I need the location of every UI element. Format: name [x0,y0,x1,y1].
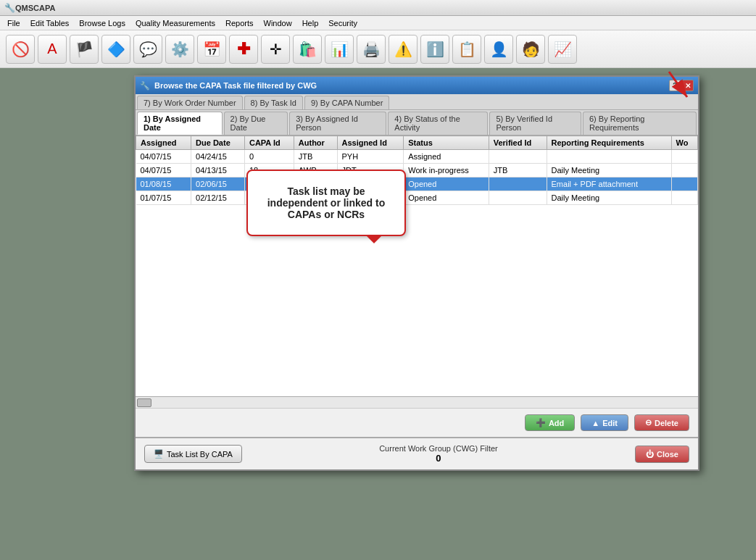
col-reporting: Reporting Requirements [547,136,671,150]
task-table: Assigned Due Date CAPA Id Author Assigne… [136,135,698,205]
menu-browse-logs[interactable]: Browse Logs [75,17,130,29]
delete-button[interactable]: ⊖ Delete [634,414,689,431]
table-cell: 01/07/15 [136,191,191,205]
tab-by-assigned-person[interactable]: 3) By Assigned Id Person [289,112,386,135]
adobe-icon: A [47,41,57,57]
graph-red-icon: 📈 [554,41,572,58]
table-cell [671,177,697,191]
table-row[interactable]: 01/08/1502/06/151CSHAWPOpenedEmail + PDF… [136,177,698,191]
gear-button[interactable]: ⚙️ [165,35,194,64]
tab-by-verified-person[interactable]: 5) By Verified Id Person [489,112,581,135]
tab-by-capa-number[interactable]: 9) By CAPA Number [304,96,389,109]
menu-reports[interactable]: Reports [221,17,258,29]
add-button[interactable]: ➕ Add [525,414,575,431]
tab-by-reporting[interactable]: 6) By Reporting Requirements [583,112,697,135]
table-cell: 02/12/15 [191,191,245,205]
dialog-title-left: 🔧 Browse the CAPA Task file filtered by … [140,81,317,91]
action-buttons: ➕ Add ▲ Edit ⊖ Delete [136,408,698,437]
warning-button[interactable]: ⚠️ [389,35,418,64]
no-sign-button[interactable]: 🚫 [6,35,35,64]
bar-chart-button[interactable]: 📊 [325,35,354,64]
list-green-button[interactable]: 📋 [452,35,481,64]
table-cell: 04/07/15 [136,150,191,164]
col-assigned-id: Assigned Id [337,136,404,150]
printer-icon: 🖨️ [362,41,381,58]
tab-by-assigned-date[interactable]: 1) By Assigned Date [137,112,223,135]
table-cell: 04/07/15 [136,164,191,177]
table-cell: 01/08/15 [136,177,191,191]
task-table-container[interactable]: Assigned Due Date CAPA Id Author Assigne… [136,135,698,396]
menu-window[interactable]: Window [259,17,296,29]
toolbar: 🚫 A 🏴 🔷 💬 ⚙️ 📅 ✚ ✛ 🛍️ 📊 🖨️ ⚠️ ℹ️ 📋 👤 🧑 📈 [0,30,756,68]
table-cell: Daily Meeting [547,191,671,205]
callout-box: Task list may be independent or linked t… [246,170,406,236]
close-button[interactable]: ⏻ Close [635,446,689,463]
delete-icon: ⊖ [645,418,652,427]
edit-button[interactable]: ▲ Edit [581,414,628,431]
table-row[interactable]: 04/07/1504/13/1518AWPJDTWork in-progress… [136,164,698,177]
list-green-icon: 📋 [458,41,476,58]
menu-bar: File Edit Tables Browse Logs Quality Mea… [0,16,756,30]
flag-icon: 🏴 [75,41,94,58]
warning-icon: ⚠️ [394,41,412,58]
table-cell: Opened [404,177,489,191]
col-assigned: Assigned [136,136,191,150]
col-wo: Wo [671,136,697,150]
table-cell [671,191,697,205]
add-plus-button[interactable]: ✚ [229,35,258,64]
app-title: QMSCAPA [15,4,55,12]
menu-quality[interactable]: Quality Measurements [131,17,220,29]
col-author: Author [294,136,337,150]
table-cell [489,191,547,205]
task-list-icon: 🖥️ [154,449,164,459]
person-add-button[interactable]: 👤 [484,35,513,64]
table-cell: PYH [337,150,404,164]
no-sign-icon: 🚫 [12,41,30,58]
table-cell: Assigned [404,150,489,164]
flag-button[interactable]: 🏴 [70,35,99,64]
graph-red-button[interactable]: 📈 [548,35,577,64]
move-icon: ✛ [270,41,282,58]
dialog-title-text: Browse the CAPA Task file filtered by CW… [154,81,317,90]
col-due-date: Due Date [191,136,245,150]
bag-button[interactable]: 🛍️ [293,35,322,64]
person-add-icon: 👤 [490,41,508,58]
tab-by-due-date[interactable]: 2) By Due Date [224,112,288,135]
table-cell [489,177,547,191]
calendar-button[interactable]: 📅 [197,35,226,64]
horizontal-scrollbar[interactable] [136,396,698,408]
person-button[interactable]: 🧑 [516,35,545,64]
bag-icon: 🛍️ [299,41,317,58]
task-list-by-capa-button[interactable]: 🖥️ Task List By CAPA [144,445,242,463]
info-button[interactable]: ℹ️ [420,35,449,64]
scroll-thumb[interactable] [137,398,151,407]
menu-security[interactable]: Security [324,17,362,29]
dialog-footer: 🖥️ Task List By CAPA Current Work Group … [136,437,698,469]
tab-by-status[interactable]: 4) By Status of the Activity [388,112,488,135]
menu-help[interactable]: Help [298,17,323,29]
chat-icon: 💬 [139,41,157,58]
org-chart-button[interactable]: 🔷 [101,35,130,64]
menu-edit-tables[interactable]: Edit Tables [26,17,74,29]
move-button[interactable]: ✛ [261,35,290,64]
table-row[interactable]: 01/07/1502/12/1518JDTJDTOpenedDaily Meet… [136,191,698,205]
org-chart-icon: 🔷 [107,41,125,58]
dialog-title-icon: 🔧 [140,81,150,91]
table-cell: 04/24/15 [191,150,245,164]
tab-by-work-order[interactable]: 7) By Work Order Number [137,96,243,109]
col-capa-id: CAPA Id [244,136,294,150]
col-verified-id: Verified Id [489,136,547,150]
svg-line-1 [669,72,687,97]
printer-button[interactable]: 🖨️ [357,35,386,64]
chat-button[interactable]: 💬 [133,35,162,64]
col-status: Status [404,136,489,150]
person-icon: 🧑 [522,41,540,58]
filter-info: Current Work Group (CWG) Filter 0 [379,444,498,464]
menu-file[interactable]: File [3,17,25,29]
table-cell: JTB [489,164,547,177]
tabs-row2: 1) By Assigned Date 2) By Due Date 3) By… [136,110,698,135]
adobe-button[interactable]: A [38,35,67,64]
plus-red-icon: ✚ [237,40,250,59]
table-row[interactable]: 04/07/1504/24/150JTBPYHAssigned [136,150,698,164]
tab-by-task-id[interactable]: 8) By Task Id [244,96,303,109]
